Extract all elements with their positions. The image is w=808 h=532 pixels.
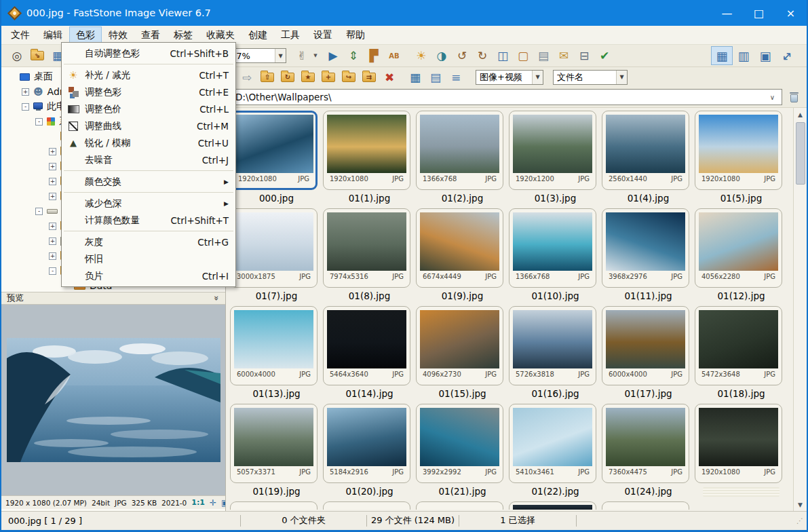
menu-item-3[interactable]: 色彩 (70, 27, 101, 43)
thumbnail-filename[interactable]: 01(10).jpg (509, 290, 602, 303)
color-menu-item[interactable]: 去噪音Ctrl+J (62, 151, 235, 168)
menu-item-9[interactable]: 工具 (275, 27, 306, 43)
thumbnail-01(3).jpg[interactable]: 1920x1200JPG (509, 111, 596, 190)
thumbnail-filename[interactable]: 01(8).jpg (323, 290, 416, 303)
settings-check-icon[interactable]: ✔ (596, 48, 613, 64)
thumbnail-01(9).jpg[interactable]: 6674x4449JPG (416, 208, 503, 288)
copy-to-folder-icon[interactable]: ⇉ (362, 73, 376, 82)
menu-item-6[interactable]: 标签 (168, 27, 199, 43)
color-menu-item[interactable]: 调整色价Ctrl+L (62, 100, 235, 117)
expand-icon[interactable]: + (22, 88, 29, 96)
menu-item-5[interactable]: 查看 (135, 27, 166, 43)
compare-ab-icon[interactable]: AB (386, 48, 402, 64)
thumbnail-filename[interactable]: 000.jpg (230, 193, 323, 205)
view-details-icon[interactable]: ▤ (427, 69, 444, 86)
menu-item-1[interactable]: 文件 (5, 27, 36, 43)
view-browser-icon[interactable]: ▥ (733, 47, 754, 64)
crop-icon[interactable]: ▛ (366, 48, 382, 64)
expand-icon[interactable]: + (49, 148, 56, 155)
hand-tool-icon[interactable]: ✌ (294, 48, 310, 64)
thumbnail-filename[interactable]: 01(16).jpg (509, 388, 602, 400)
thumbnail-filename[interactable]: 01(7).jpg (230, 290, 323, 303)
collapse-icon[interactable]: - (22, 103, 29, 111)
color-menu-item[interactable]: 负片Ctrl+I (62, 267, 235, 284)
acquire-camera-icon[interactable]: ◎ (9, 48, 25, 64)
folder-favorites-icon[interactable]: ★ (301, 73, 315, 82)
combo-dropdown-icon[interactable]: ▼ (616, 71, 627, 84)
color-menu-item[interactable]: ▲锐化 / 模糊Ctrl+U (62, 134, 235, 151)
thumbnail-filename[interactable]: 01(9).jpg (416, 290, 509, 303)
thumbnail-01(15).jpg[interactable]: 4096x2730JPG (416, 306, 503, 385)
expand-icon[interactable]: + (49, 238, 56, 245)
rotate-left-icon[interactable]: ↺ (454, 48, 470, 64)
thumbnail-filename[interactable] (703, 487, 780, 497)
thumbnail-01(2).jpg[interactable]: 1366x768JPG (416, 111, 503, 190)
thumbnail-01(19).jpg[interactable]: 5057x3371JPG (230, 404, 318, 483)
thumbnail-filename[interactable]: 01(15).jpg (416, 388, 509, 400)
thumbnail-filename[interactable]: 01(17).jpg (602, 388, 695, 400)
collapse-icon[interactable]: - (35, 208, 43, 215)
color-menu-item[interactable]: 减少色深▶ (62, 195, 235, 212)
fit-window-icon[interactable]: ✛ (210, 498, 216, 508)
forward-icon[interactable]: ⇨ (239, 69, 255, 86)
thumbnail-filename[interactable]: 01(19).jpg (230, 486, 323, 498)
partial-thumbnail-cell[interactable] (416, 501, 503, 510)
scroll-up-icon[interactable]: ▲ (794, 108, 807, 121)
thumbnail-01(11).jpg[interactable]: 3968x2976JPG (602, 208, 689, 288)
color-menu-item[interactable]: 自动调整色彩Ctrl+Shift+B (62, 45, 235, 62)
thumbnail-01(21).jpg[interactable]: 3992x2992JPG (416, 404, 503, 483)
thumbnail-01(18).jpg[interactable]: 5472x3648JPG (695, 306, 782, 385)
thumbnail-filename[interactable]: 01(18).jpg (695, 388, 788, 400)
path-dropdown-icon[interactable]: ∨ (768, 94, 777, 101)
menu-item-10[interactable]: 设置 (307, 27, 339, 43)
scrollbar-thumb[interactable] (796, 122, 805, 185)
color-menu-item[interactable]: 颜色交换▶ (62, 173, 235, 190)
view-viewer-icon[interactable]: ▣ (755, 47, 775, 64)
collapse-icon[interactable]: - (49, 267, 56, 275)
expand-icon[interactable]: + (49, 163, 56, 170)
wallpaper-icon[interactable]: ▢ (515, 48, 531, 64)
thumbnail-01(16).jpg[interactable]: 5726x3818JPG (509, 306, 596, 385)
partial-thumbnail-cell[interactable] (230, 501, 318, 510)
minimize-button[interactable]: — (711, 0, 743, 26)
sort-combobox[interactable]: 文件名▼ (553, 70, 628, 85)
thumbnail-01(10).jpg[interactable]: 1366x768JPG (509, 208, 596, 288)
vertical-scrollbar[interactable]: ▲ ▼ (793, 108, 807, 511)
color-menu-item[interactable]: 调整色彩Ctrl+E (62, 83, 235, 100)
recycle-bin-icon[interactable] (790, 92, 799, 102)
thumbnail-01(24).jpg[interactable]: 7360x4475JPG (602, 404, 689, 483)
thumbnail-01(5).jpg[interactable]: 1920x1080JPG (695, 111, 782, 190)
menu-item-8[interactable]: 创建 (242, 27, 273, 43)
resize-grip[interactable]: ⋰ (796, 517, 804, 525)
color-menu-item[interactable]: 灰度Ctrl+G (62, 233, 235, 250)
thumbnail-filename[interactable]: 01(1).jpg (323, 193, 416, 205)
path-input[interactable]: D:\Other\Wallpapers\ ∨ (230, 89, 782, 105)
thumbnail-filename[interactable]: 01(24).jpg (602, 486, 695, 498)
expand-icon[interactable]: + (49, 223, 56, 230)
menu-item-7[interactable]: 收藏夹 (200, 27, 241, 43)
thumbnail-01(4).jpg[interactable]: 2560x1440JPG (602, 111, 689, 190)
folder-new-icon[interactable]: + (322, 73, 335, 82)
scan-icon[interactable]: ▤ (535, 48, 552, 64)
thumbnail-01(13).jpg[interactable]: 6000x4000JPG (230, 306, 318, 385)
partial-thumbnail-cell[interactable] (602, 501, 689, 510)
thumbnail-01(14).jpg[interactable]: 5464x3640JPG (323, 306, 410, 385)
color-menu-item[interactable]: ☀补光 / 减光Ctrl+T (62, 66, 235, 83)
menu-item-4[interactable]: 特效 (102, 27, 134, 43)
scroll-down-icon[interactable]: ▼ (794, 498, 807, 511)
thumbnail-01(20).jpg[interactable]: 5184x2916JPG (323, 404, 410, 483)
color-menu-item[interactable]: 调整曲线Ctrl+M (62, 117, 235, 134)
slideshow-icon[interactable]: ▶ (325, 48, 341, 64)
filter-combobox[interactable]: 图像+视频▼ (476, 70, 543, 85)
thumbnail-01(1).jpg[interactable]: 1920x1080JPG (323, 111, 410, 190)
partial-thumbnail-cell[interactable] (509, 501, 596, 510)
hand-tool-dropdown[interactable]: ▼ (312, 48, 319, 64)
import-files-icon[interactable]: ⇘ (31, 51, 44, 60)
thumbnail-01(12).jpg[interactable]: 4056x2280JPG (695, 208, 782, 288)
menu-item-2[interactable]: 编辑 (37, 27, 69, 43)
thumbnail-filename[interactable]: 01(12).jpg (695, 290, 788, 303)
combo-dropdown-icon[interactable]: ▼ (532, 71, 543, 84)
email-icon[interactable]: ✉ (556, 48, 572, 64)
view-windows-icon[interactable]: ▦ (712, 47, 732, 64)
thumbnail-filename[interactable]: 01(14).jpg (323, 388, 416, 400)
